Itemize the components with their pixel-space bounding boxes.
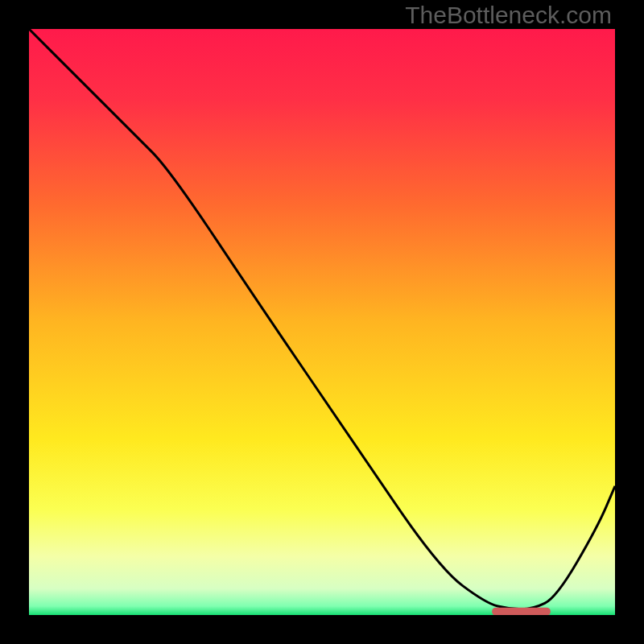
bottleneck-chart: [29, 29, 615, 615]
chart-frame: [29, 29, 615, 615]
watermark-text: TheBottleneck.com: [405, 2, 612, 29]
highlight-bar: [492, 608, 551, 615]
